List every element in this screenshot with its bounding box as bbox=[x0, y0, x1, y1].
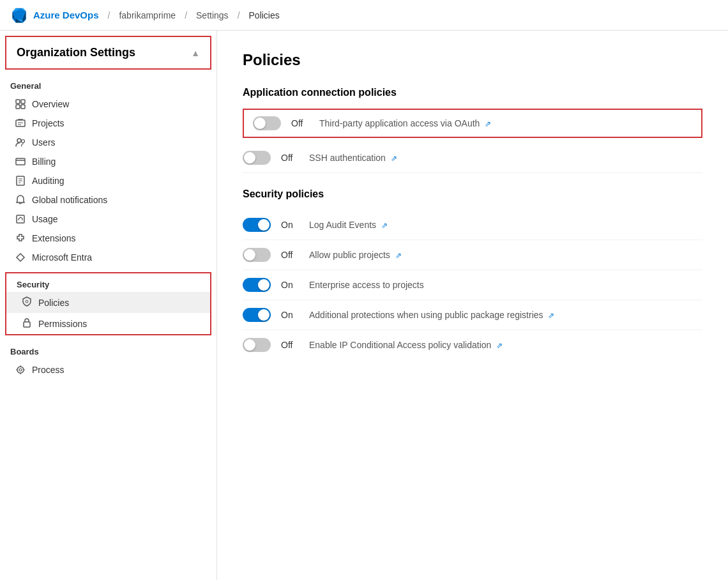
sidebar-item-overview[interactable]: Overview bbox=[0, 95, 216, 114]
boards-section-label: Boards bbox=[0, 338, 216, 360]
ssh-link[interactable]: ⇗ bbox=[391, 154, 397, 163]
sidebar-item-global-notifications[interactable]: Global notifications bbox=[0, 190, 216, 210]
page-title: Policies bbox=[243, 51, 702, 69]
ip-conditional-link[interactable]: ⇗ bbox=[496, 341, 503, 350]
svg-rect-0 bbox=[16, 100, 20, 103]
ip-conditional-toggle-label: Off bbox=[281, 340, 299, 350]
security-section-label: Security bbox=[6, 273, 210, 292]
billing-label: Billing bbox=[32, 156, 56, 167]
svg-point-8 bbox=[22, 140, 25, 143]
sidebar-item-billing[interactable]: Billing bbox=[0, 152, 216, 171]
svg-rect-15 bbox=[17, 215, 24, 223]
svg-point-19 bbox=[19, 369, 22, 371]
ip-conditional-toggle[interactable] bbox=[243, 338, 271, 352]
app-connection-section-title: Application connection policies bbox=[243, 87, 702, 98]
security-policies-divider: Security policies bbox=[243, 188, 702, 200]
sidebar-item-extensions[interactable]: Extensions bbox=[0, 229, 216, 248]
scroll-up-icon[interactable]: ▲ bbox=[191, 48, 200, 58]
oauth-toggle-label: Off bbox=[291, 118, 309, 128]
projects-icon bbox=[15, 118, 26, 128]
public-projects-link[interactable]: ⇗ bbox=[395, 251, 402, 260]
enterprise-access-policy-row: On Enterprise access to projects bbox=[243, 270, 702, 300]
enterprise-access-policy-name: Enterprise access to projects bbox=[309, 280, 424, 290]
ssh-policy-row: Off SSH authentication ⇗ bbox=[243, 143, 702, 173]
org-settings-header: Organization Settings bbox=[17, 46, 135, 59]
users-label: Users bbox=[32, 137, 56, 148]
sidebar-item-process[interactable]: Process bbox=[0, 360, 216, 379]
global-notifications-label: Global notifications bbox=[32, 195, 107, 205]
enterprise-access-toggle-label: On bbox=[281, 280, 299, 290]
main-layout: Organization Settings ▲ General Overview… bbox=[0, 31, 728, 580]
svg-rect-9 bbox=[16, 158, 25, 165]
usage-icon bbox=[15, 214, 26, 224]
sidebar-item-usage[interactable]: Usage bbox=[0, 210, 216, 229]
overview-label: Overview bbox=[32, 99, 69, 109]
ssh-toggle-label: Off bbox=[281, 153, 299, 163]
sidebar-item-projects[interactable]: Projects bbox=[0, 114, 216, 133]
enterprise-access-toggle[interactable] bbox=[243, 278, 271, 292]
additional-protections-policy-name: Additional protections when using public… bbox=[309, 310, 554, 320]
topbar-settings[interactable]: Settings bbox=[196, 10, 229, 20]
auditing-label: Auditing bbox=[32, 176, 64, 186]
ip-conditional-policy-row: Off Enable IP Conditional Access policy … bbox=[243, 330, 702, 360]
ip-conditional-toggle-thumb bbox=[244, 339, 255, 351]
oauth-toggle-thumb bbox=[254, 118, 266, 129]
public-projects-policy-name: Allow public projects ⇗ bbox=[309, 250, 402, 260]
topbar-brand[interactable]: Azure DevOps bbox=[33, 10, 99, 20]
security-section-wrapper: Security Policies Permissions bbox=[5, 272, 211, 335]
projects-label: Projects bbox=[32, 118, 64, 128]
general-section-label: General bbox=[0, 72, 216, 95]
additional-protections-policy-row: On Additional protections when using pub… bbox=[243, 300, 702, 330]
sidebar-item-policies[interactable]: Policies bbox=[6, 292, 210, 313]
users-icon bbox=[15, 137, 26, 148]
public-projects-toggle[interactable] bbox=[243, 248, 271, 262]
additional-protections-toggle-thumb bbox=[258, 309, 269, 321]
log-audit-policy-name: Log Audit Events ⇗ bbox=[309, 220, 388, 230]
oauth-policy-name: Third-party application access via OAuth… bbox=[319, 118, 491, 128]
svg-point-18 bbox=[17, 367, 24, 373]
sidebar-item-users[interactable]: Users bbox=[0, 133, 216, 152]
overview-icon bbox=[15, 99, 26, 109]
diamond-icon bbox=[15, 252, 26, 263]
ssh-toggle[interactable] bbox=[243, 151, 271, 165]
sidebar-item-auditing[interactable]: Auditing bbox=[0, 171, 216, 190]
ip-conditional-policy-name: Enable IP Conditional Access policy vali… bbox=[309, 340, 503, 350]
svg-point-16 bbox=[26, 300, 28, 303]
extensions-label: Extensions bbox=[32, 233, 75, 243]
topbar: Azure DevOps / fabrikamprime / Settings … bbox=[0, 0, 728, 31]
policies-label: Policies bbox=[38, 298, 69, 308]
topbar-sep2: / bbox=[185, 10, 187, 20]
svg-rect-4 bbox=[16, 120, 25, 126]
billing-icon bbox=[15, 156, 26, 167]
bell-icon bbox=[15, 195, 26, 205]
log-audit-toggle-thumb bbox=[258, 219, 269, 231]
log-audit-policy-row: On Log Audit Events ⇗ bbox=[243, 210, 702, 240]
public-projects-toggle-thumb bbox=[244, 249, 255, 261]
azure-devops-logo bbox=[10, 6, 28, 24]
ssh-policy-name: SSH authentication ⇗ bbox=[309, 153, 397, 163]
sidebar-item-permissions[interactable]: Permissions bbox=[6, 313, 210, 334]
topbar-sep3: / bbox=[238, 10, 240, 20]
svg-rect-17 bbox=[24, 322, 30, 327]
additional-protections-link[interactable]: ⇗ bbox=[548, 311, 554, 320]
public-projects-toggle-label: Off bbox=[281, 250, 299, 260]
log-audit-toggle[interactable] bbox=[243, 218, 271, 232]
log-audit-toggle-label: On bbox=[281, 220, 299, 230]
sidebar: Organization Settings ▲ General Overview… bbox=[0, 31, 217, 580]
lock-icon bbox=[22, 317, 32, 330]
topbar-org[interactable]: fabrikamprime bbox=[119, 10, 176, 20]
oauth-toggle[interactable] bbox=[253, 116, 281, 130]
additional-protections-toggle-label: On bbox=[281, 310, 299, 320]
svg-rect-1 bbox=[21, 100, 25, 103]
public-projects-policy-row: Off Allow public projects ⇗ bbox=[243, 240, 702, 270]
oauth-link[interactable]: ⇗ bbox=[485, 119, 491, 128]
topbar-sep1: / bbox=[108, 10, 110, 20]
topbar-policies: Policies bbox=[249, 10, 280, 20]
sidebar-item-microsoft-entra[interactable]: Microsoft Entra bbox=[0, 248, 216, 267]
enterprise-access-toggle-thumb bbox=[258, 279, 269, 291]
extensions-icon bbox=[15, 233, 26, 243]
ssh-toggle-thumb bbox=[244, 152, 255, 164]
log-audit-link[interactable]: ⇗ bbox=[381, 221, 388, 230]
additional-protections-toggle[interactable] bbox=[243, 308, 271, 322]
auditing-icon bbox=[15, 176, 26, 186]
